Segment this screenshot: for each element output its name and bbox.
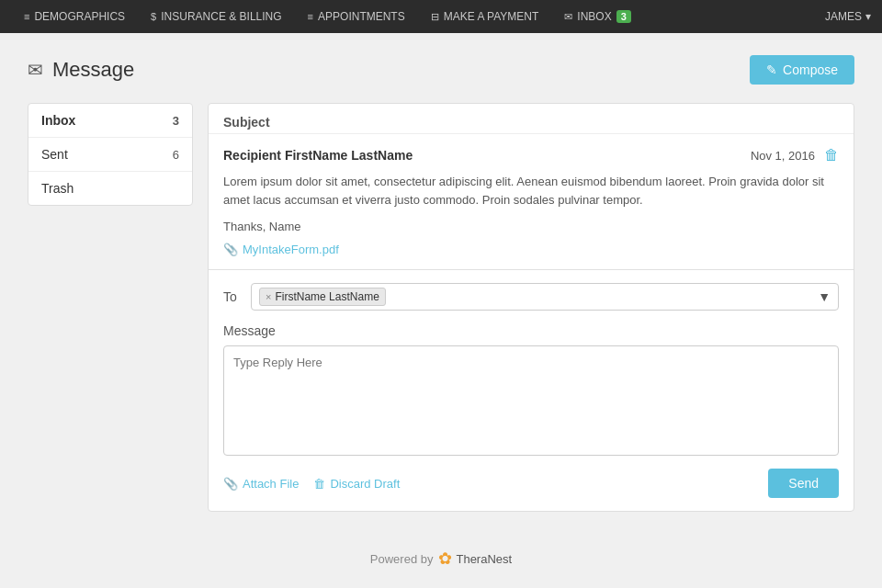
- delete-icon[interactable]: 🗑: [824, 147, 839, 164]
- nav-inbox-label: INBOX: [577, 10, 611, 23]
- content-area: Inbox 3 Sent 6 Trash Subject: [28, 103, 854, 512]
- inbox-badge: 3: [616, 10, 631, 23]
- nav-inbox[interactable]: ✉ INBOX 3: [551, 0, 643, 33]
- message-date: Nov 1, 2016: [751, 149, 815, 163]
- compose-icon: ✎: [766, 62, 777, 77]
- message-signature: Thanks, Name: [223, 220, 839, 233]
- to-dropdown-icon[interactable]: ▼: [818, 289, 831, 304]
- navbar: ≡ DEMOGRAPHICS $ INSURANCE & BILLING ≡ A…: [0, 0, 882, 33]
- remove-recipient-button[interactable]: ×: [266, 291, 271, 302]
- to-label: To: [223, 289, 242, 304]
- powered-by-text: Powered by: [370, 552, 434, 566]
- insurance-icon: $: [151, 11, 156, 22]
- nav-appointments[interactable]: ≡ APPOINTMENTS: [295, 0, 418, 33]
- attachment-filename: MyIntakeForm.pdf: [243, 243, 339, 256]
- sidebar: Inbox 3 Sent 6 Trash: [28, 103, 193, 206]
- message-meta: Recipient FirstName LastName Nov 1, 2016…: [223, 147, 839, 164]
- to-row: To × FirstName LastName ▼: [223, 283, 839, 311]
- compose-button[interactable]: ✎ Compose: [750, 55, 854, 85]
- nav-demographics-label: DEMOGRAPHICS: [34, 10, 125, 23]
- message-date-delete: Nov 1, 2016 🗑: [751, 147, 839, 164]
- demographics-icon: ≡: [24, 11, 29, 22]
- payment-icon: ⊟: [431, 11, 439, 23]
- user-menu[interactable]: JAMES ▾: [825, 10, 871, 23]
- sidebar-inbox-label: Inbox: [41, 113, 75, 128]
- sidebar-item-trash[interactable]: Trash: [28, 172, 192, 205]
- recipient-name: FirstName LastName: [275, 290, 379, 303]
- theranest-logo-icon: ✿: [438, 548, 452, 569]
- nav-payment-label: MAKE A PAYMENT: [444, 10, 539, 23]
- message-recipient: Recipient FirstName LastName: [223, 148, 413, 163]
- discard-label: Discard Draft: [330, 477, 400, 491]
- page-footer: Powered by ✿ TheraNest: [28, 548, 854, 583]
- sidebar-sent-label: Sent: [41, 147, 68, 162]
- nav-demographics[interactable]: ≡ DEMOGRAPHICS: [11, 0, 138, 33]
- compose-label: Compose: [783, 62, 838, 77]
- inbox-icon: ✉: [564, 11, 572, 23]
- page-title: ✉ Message: [28, 58, 134, 82]
- message-icon: ✉: [28, 59, 43, 81]
- discard-draft-button[interactable]: 🗑 Discard Draft: [313, 477, 400, 491]
- footer-actions: 📎 Attach File 🗑 Discard Draft: [223, 477, 400, 491]
- received-message: Recipient FirstName LastName Nov 1, 2016…: [209, 134, 854, 270]
- sidebar-trash-label: Trash: [41, 181, 74, 196]
- discard-icon: 🗑: [313, 477, 325, 491]
- sidebar-item-inbox[interactable]: Inbox 3: [28, 104, 192, 138]
- attach-file-button[interactable]: 📎 Attach File: [223, 477, 299, 491]
- attach-label: Attach File: [243, 477, 299, 491]
- recipient-tag: × FirstName LastName: [259, 288, 386, 306]
- nav-insurance-billing[interactable]: $ INSURANCE & BILLING: [138, 0, 295, 33]
- sidebar-sent-count: 6: [173, 148, 179, 162]
- reply-textarea[interactable]: [223, 345, 839, 456]
- subject-header: Subject: [209, 104, 854, 134]
- send-label: Send: [788, 476, 819, 491]
- main-content: Subject Recipient FirstName LastName Nov…: [208, 103, 854, 512]
- reply-footer: 📎 Attach File 🗑 Discard Draft Send: [223, 469, 839, 498]
- sidebar-item-sent[interactable]: Sent 6: [28, 138, 192, 172]
- user-chevron-icon: ▾: [865, 10, 871, 23]
- subject-label: Subject: [223, 115, 270, 130]
- nav-appointments-label: APPOINTMENTS: [318, 10, 405, 23]
- brand-name: TheraNest: [456, 552, 512, 566]
- page-title-text: Message: [52, 58, 134, 82]
- page-header: ✉ Message ✎ Compose: [28, 55, 854, 85]
- nav-insurance-billing-label: INSURANCE & BILLING: [161, 10, 281, 23]
- nav-make-a-payment[interactable]: ⊟ MAKE A PAYMENT: [418, 0, 552, 33]
- message-field-label: Message: [223, 323, 839, 338]
- page-content: ✉ Message ✎ Compose Inbox 3 Sent 6 Trash: [0, 33, 882, 588]
- attachment-link[interactable]: 📎 MyIntakeForm.pdf: [223, 243, 839, 256]
- paperclip-icon: 📎: [223, 243, 238, 256]
- reply-section: To × FirstName LastName ▼ Message: [209, 270, 854, 511]
- sidebar-inbox-count: 3: [173, 114, 179, 128]
- theranest-brand: ✿ TheraNest: [438, 548, 512, 569]
- message-body: Lorem ipsum dolor sit amet, consectetur …: [223, 173, 839, 209]
- appointments-icon: ≡: [308, 11, 313, 22]
- username-label: JAMES: [825, 10, 862, 23]
- to-field[interactable]: × FirstName LastName ▼: [251, 283, 839, 311]
- attach-icon: 📎: [223, 477, 238, 491]
- send-button[interactable]: Send: [768, 469, 839, 498]
- message-card: Subject Recipient FirstName LastName Nov…: [208, 103, 854, 512]
